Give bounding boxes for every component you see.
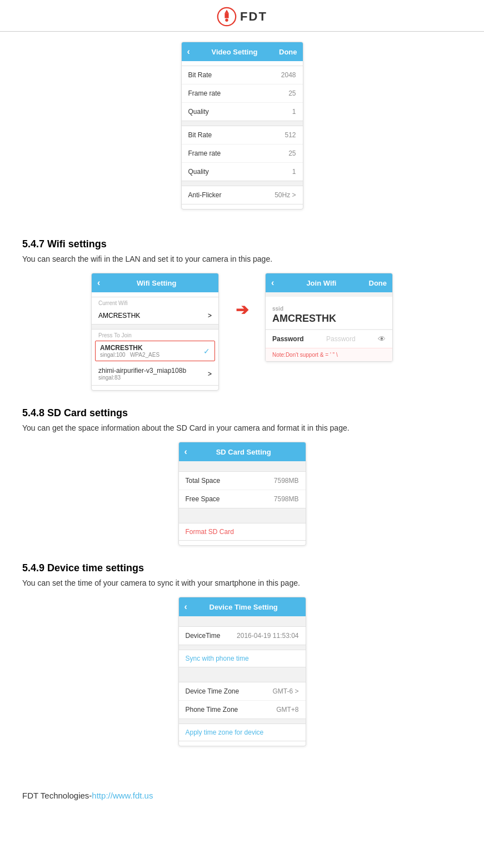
video-setting-title: Video Setting — [212, 48, 258, 56]
anti-flicker-value: 50Hz > — [275, 191, 296, 199]
video-setting-header: ‹ Video Setting Done — [182, 42, 303, 61]
join-wifi-title: Join Wifi — [306, 279, 336, 287]
bit-rate-value-2: 512 — [285, 131, 296, 139]
devicetime-mockup: ‹ Device Time Setting DeviceTime 2016-04… — [178, 597, 306, 746]
table-row: Anti-Flicker 50Hz > — [182, 186, 303, 204]
sdcard-title: SD Card Setting — [216, 448, 271, 456]
total-space-value: 7598MB — [274, 477, 299, 485]
devicetime-desc: You can set the time of your camera to s… — [22, 577, 462, 589]
frame-rate-value-1: 25 — [288, 89, 296, 97]
devicetime-section: 5.4.9 Device time settings You can set t… — [22, 562, 462, 746]
frame-rate-label-1: Frame rate — [188, 89, 221, 97]
quality-value-2: 1 — [292, 168, 296, 176]
video-group-3: Anti-Flicker 50Hz > — [182, 186, 303, 204]
table-row: Frame rate 25 — [182, 144, 303, 163]
join-wifi-mockup: ‹ Join Wifi Done ssid AMCRESTHK Password… — [265, 273, 393, 362]
device-time-label: DeviceTime — [186, 632, 221, 640]
wifi-name-selected: AMCRESTHK — [100, 344, 159, 352]
sdcard-heading: 5.4.8 SD Card settings — [22, 407, 462, 419]
wifi-section: 5.4.7 Wifi settings You can search the w… — [22, 238, 462, 391]
devicetime-body: DeviceTime 2016-04-19 11:53:04 Sync with… — [179, 616, 306, 741]
join-wifi-header: ‹ Join Wifi Done — [266, 273, 392, 292]
table-row: Total Space 7598MB — [179, 472, 306, 490]
table-row: DeviceTime 2016-04-19 11:53:04 — [179, 627, 306, 645]
password-input[interactable]: Password — [326, 335, 356, 343]
device-time-value: 2016-04-19 11:53:04 — [237, 632, 298, 640]
table-row: Frame rate 25 — [182, 84, 303, 103]
apply-timezone-link[interactable]: Apply time zone for device — [179, 724, 306, 741]
table-row: Bit Rate 2048 — [182, 66, 303, 84]
apply-group: Apply time zone for device — [179, 724, 306, 741]
back-arrow-icon[interactable]: ‹ — [271, 278, 274, 288]
device-timezone-label: Device Time Zone — [186, 687, 239, 695]
join-wifi-body: ssid AMCRESTHK Password Password 👁 Note:… — [266, 292, 392, 361]
footer-company: FDT Technologies — [22, 791, 89, 800]
sync-link[interactable]: Sync with phone time — [179, 650, 306, 667]
quality-value-1: 1 — [292, 108, 296, 116]
sdcard-desc: You can get the space information about … — [22, 422, 462, 434]
page-footer: FDT Technologies-http://www.fdt.us — [0, 780, 484, 811]
sdcard-body: Total Space 7598MB Free Space 7598MB For… — [179, 461, 306, 541]
quality-label-1: Quality — [188, 108, 209, 116]
devicetime-heading: 5.4.9 Device time settings — [22, 562, 462, 574]
bit-rate-value-1: 2048 — [281, 71, 296, 79]
format-sd-button[interactable]: Format SD Card — [179, 523, 306, 540]
free-space-value: 7598MB — [274, 495, 299, 503]
wifi-sub-other: singal:83 — [98, 375, 186, 381]
back-arrow-icon[interactable]: ‹ — [184, 447, 187, 457]
total-space-label: Total Space — [186, 477, 221, 485]
sdcard-mockup-container: ‹ SD Card Setting Total Space 7598MB Fre… — [22, 442, 462, 546]
video-setting-body: Bit Rate 2048 Frame rate 25 Quality 1 Bi… — [182, 66, 303, 204]
back-arrow-icon[interactable]: ‹ — [184, 602, 187, 612]
wifi-mockups: ‹ Wifi Setting Current Wifi AMCRESTHK > … — [22, 273, 462, 391]
wifi-desc: You can search the wifi in the LAN and s… — [22, 253, 462, 265]
checkmark-icon: ✓ — [203, 347, 210, 356]
wifi-selected-item[interactable]: AMCRESTHK singal:100 WPA2_AES ✓ — [95, 341, 215, 361]
page-header: FDT — [0, 0, 484, 32]
current-wifi-value: AMCRESTHK — [98, 312, 140, 320]
phone-timezone-value: GMT+8 — [276, 706, 298, 714]
join-wifi-done-button[interactable]: Done — [369, 279, 387, 287]
quality-label-2: Quality — [188, 168, 209, 176]
video-group-2: Bit Rate 512 Frame rate 25 Quality 1 — [182, 126, 303, 181]
eye-icon[interactable]: 👁 — [378, 335, 386, 343]
video-setting-section: ‹ Video Setting Done Bit Rate 2048 Frame… — [22, 42, 462, 225]
table-row: Bit Rate 512 — [182, 126, 303, 144]
devicetime-title: Device Time Setting — [209, 603, 278, 611]
ssid-label: ssid — [272, 306, 386, 312]
password-label: Password — [272, 335, 304, 343]
device-timezone-value: GMT-6 > — [272, 687, 298, 695]
frame-rate-label-2: Frame rate — [188, 149, 221, 157]
chevron-right-icon: > — [208, 312, 212, 320]
chevron-right-icon: > — [208, 370, 212, 378]
wifi-other-item[interactable]: zhimi-airpurifier-v3_miap108b singal:83 … — [92, 362, 218, 385]
wifi-setting-header: ‹ Wifi Setting — [92, 273, 218, 292]
table-row: Device Time Zone GMT-6 > — [179, 682, 306, 701]
table-row: Quality 1 — [182, 103, 303, 121]
back-arrow-icon[interactable]: ‹ — [97, 278, 100, 288]
join-wifi-password-row: Password Password 👁 — [266, 330, 392, 348]
video-done-button[interactable]: Done — [279, 48, 297, 56]
devicetime-group-1: DeviceTime 2016-04-19 11:53:04 — [179, 626, 306, 645]
back-arrow-icon[interactable]: ‹ — [187, 47, 190, 57]
devicetime-header: ‹ Device Time Setting — [179, 597, 306, 616]
wifi-setting-mockup: ‹ Wifi Setting Current Wifi AMCRESTHK > … — [91, 273, 219, 391]
logo-container: FDT — [217, 7, 267, 27]
frame-rate-value-2: 25 — [288, 149, 296, 157]
wifi-setting-title: Wifi Setting — [137, 279, 176, 287]
join-wifi-ssid-area: ssid AMCRESTHK — [266, 297, 392, 330]
right-arrow-icon: ➔ — [236, 301, 248, 319]
wifi-name-other: zhimi-airpurifier-v3_miap108b — [98, 367, 186, 375]
wifi-sub-selected: singal:100 WPA2_AES — [100, 352, 159, 358]
logo-text: FDT — [240, 9, 267, 24]
main-content: ‹ Video Setting Done Bit Rate 2048 Frame… — [0, 32, 484, 780]
table-row: Free Space 7598MB — [179, 490, 306, 508]
phone-timezone-label: Phone Time Zone — [186, 706, 238, 714]
video-group-1: Bit Rate 2048 Frame rate 25 Quality 1 — [182, 66, 303, 121]
svg-marker-1 — [225, 9, 229, 13]
video-setting-mockup: ‹ Video Setting Done Bit Rate 2048 Frame… — [181, 42, 303, 209]
sdcard-mockup: ‹ SD Card Setting Total Space 7598MB Fre… — [178, 442, 306, 546]
table-row: Phone Time Zone GMT+8 — [179, 701, 306, 719]
wifi-setting-body: Current Wifi AMCRESTHK > Press To Join A… — [92, 297, 218, 386]
footer-link[interactable]: http://www.fdt.us — [92, 791, 153, 800]
